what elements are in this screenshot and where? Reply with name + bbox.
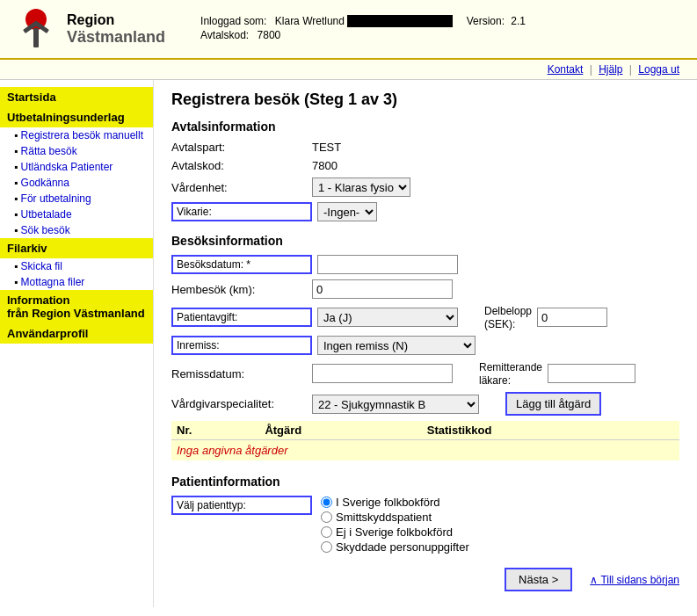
header-info: Inloggad som: Klara Wretlund Version: 2.…	[165, 15, 683, 44]
inloggad-user: Klara Wretlund	[275, 15, 345, 27]
inremiss-label[interactable]: Inremiss:	[171, 336, 312, 355]
user-id-box	[347, 15, 453, 27]
sidebar-section-information[interactable]: Information från Region Västmanland	[0, 290, 153, 323]
avtalskod-row: Avtalskod: 7800	[171, 159, 679, 172]
sidebar-item-skicka-fil[interactable]: Skicka fil	[0, 258, 153, 274]
logo-icon	[14, 7, 58, 51]
valj-patienttyp-label[interactable]: Välj patienttyp:	[171, 496, 312, 515]
radio-folkbokford-label: I Sverige folkbokförd	[336, 496, 440, 509]
besoksinformation-title: Besöksinformation	[171, 234, 679, 248]
remitterande-group: Remitterandeläkare:	[479, 360, 542, 387]
radio-smittskydd-input[interactable]	[321, 511, 332, 523]
avtalsinformation-title: Avtalsinformation	[171, 120, 679, 134]
avtalspart-label: Avtalspart:	[171, 141, 312, 154]
vardgivar-lagg-row: Vårdgivarspecialitet: 22 - Sjukgymnastik…	[171, 392, 679, 416]
hembesok-input[interactable]	[312, 279, 453, 299]
table-header-atgard: Åtgärd	[259, 421, 421, 440]
sidebar-item-for-utbetalning[interactable]: För utbetalning	[0, 191, 153, 207]
vardgivarspecialitet-label: Vårdgivarspecialitet:	[171, 397, 312, 410]
main-content: Registrera besök (Steg 1 av 3) Avtalsinf…	[154, 80, 697, 607]
radio-skyddade-input[interactable]	[321, 541, 332, 553]
page-title: Registrera besök (Steg 1 av 3)	[171, 91, 679, 109]
information-line1: Information	[7, 294, 146, 307]
remissdatum-remitterande-row: Remissdatum: Remitterandeläkare:	[171, 360, 679, 387]
hembesok-label: Hembesök (km):	[171, 283, 312, 296]
sidebar-item-startsida[interactable]: Startsida	[0, 87, 153, 107]
radio-smittskydd[interactable]: Smittskyddspatient	[321, 511, 469, 524]
hembesok-row: Hembesök (km):	[171, 279, 679, 299]
patientavgift-label[interactable]: Patientavgift:	[171, 308, 312, 327]
sidebar-item-utbetalade[interactable]: Utbetalade	[0, 207, 153, 222]
kontakt-link[interactable]: Kontakt	[548, 63, 584, 76]
sidebar-item-utlandska[interactable]: Utländska Patienter	[0, 159, 153, 175]
vardenhet-select[interactable]: 1 - Klaras fysio	[312, 178, 410, 197]
atgard-table: Nr. Åtgärd Statistikkod Inga angivna åtg…	[171, 421, 679, 460]
lagg-till-atgard-button[interactable]: Lägg till åtgärd	[505, 392, 601, 416]
avtalskod-header-value: 7800	[258, 29, 281, 41]
vikarie-row: Vikarie: -Ingen-	[171, 202, 679, 221]
vikarie-select[interactable]: -Ingen-	[317, 202, 377, 221]
patientinformation-title: Patientinformation	[171, 475, 679, 489]
sidebar-item-mottagna-filer[interactable]: Mottagna filer	[0, 274, 153, 290]
besoksdatum-row: Besöksdatum: *	[171, 255, 679, 274]
radio-folkbokford-input[interactable]	[321, 496, 332, 508]
topnav: Kontakt | Hjälp | Logga ut	[0, 60, 697, 80]
besoksdatum-label[interactable]: Besöksdatum: *	[171, 255, 312, 274]
avtalspart-row: Avtalspart: TEST	[171, 141, 679, 154]
patienttyp-radio-group: I Sverige folkbokförd Smittskyddspatient…	[321, 496, 469, 554]
remitterande-label: Remitterandeläkare:	[479, 361, 542, 387]
vardenhet-row: Vårdenhet: 1 - Klaras fysio	[171, 178, 679, 197]
patientavgift-select[interactable]: Ja (J) Nej (N)	[317, 308, 458, 327]
nasta-button[interactable]: Nästa >	[505, 568, 572, 591]
avtalskod-label: Avtalskod:	[171, 159, 312, 172]
radio-skyddade-label: Skyddade personuppgifter	[336, 540, 469, 554]
delbelopp-input[interactable]	[537, 308, 607, 327]
inremiss-row: Inremiss: Ingen remiss (N) Med remiss (J…	[171, 336, 679, 355]
till-sidans-borjan-link[interactable]: Till sidans början	[590, 574, 679, 586]
hjalp-link[interactable]: Hjälp	[599, 63, 622, 76]
logo-area: Region Västmanland	[14, 7, 165, 51]
avtalskod-value: 7800	[312, 159, 338, 172]
vardgivarspecialitet-select[interactable]: 22 - Sjukgymnastik B	[312, 395, 479, 414]
avtalspart-value: TEST	[312, 141, 341, 154]
sidebar-item-godkanna[interactable]: Godkänna	[0, 175, 153, 191]
footer-row: Nästa > Till sidans början	[171, 568, 679, 591]
sidebar-section-filarkiv[interactable]: Filarkiv	[0, 238, 153, 258]
patienttyp-row: Välj patienttyp: I Sverige folkbokförd S…	[171, 496, 679, 554]
sidebar-item-anvandarprofil[interactable]: Användarprofil	[0, 323, 153, 344]
svg-rect-1	[33, 28, 39, 47]
vikarie-label[interactable]: Vikarie:	[171, 202, 312, 221]
radio-ej-folkbokford-label: Ej i Sverige folkbokförd	[336, 525, 453, 539]
delbelopp-group: Delbelopp(SEK):	[484, 304, 532, 330]
radio-ej-folkbokford[interactable]: Ej i Sverige folkbokförd	[321, 525, 469, 539]
sidebar-section-utbetalningsunderlag[interactable]: Utbetalningsunderlag	[0, 107, 153, 127]
version-label: Version:	[467, 15, 505, 27]
radio-ej-folkbokford-input[interactable]	[321, 526, 332, 538]
version-value: 2.1	[511, 15, 526, 27]
separator2: |	[629, 63, 635, 76]
logga-ut-link[interactable]: Logga ut	[638, 63, 679, 76]
radio-skyddade[interactable]: Skyddade personuppgifter	[321, 540, 469, 554]
logo-text: Region Västmanland	[67, 12, 165, 47]
avtalskod-header-label: Avtalskod:	[200, 29, 249, 41]
delbelopp-label: Delbelopp(SEK):	[484, 305, 532, 330]
remissdatum-input[interactable]	[312, 364, 453, 383]
sidebar-item-ratta[interactable]: Rätta besök	[0, 143, 153, 159]
sidebar-item-sok-besok[interactable]: Sök besök	[0, 222, 153, 238]
besoksdatum-input[interactable]	[317, 255, 458, 274]
header: Region Västmanland Inloggad som: Klara W…	[0, 0, 697, 60]
sidebar-item-registrera[interactable]: Registrera besök manuellt	[0, 127, 153, 143]
table-header-statistikkod: Statistikkod	[422, 421, 679, 440]
remitterande-input[interactable]	[548, 364, 635, 383]
sidebar: Startsida Utbetalningsunderlag Registrer…	[0, 80, 154, 607]
vardenhet-label: Vårdenhet:	[171, 181, 312, 194]
radio-folkbokford[interactable]: I Sverige folkbokförd	[321, 496, 469, 509]
remissdatum-label: Remissdatum:	[171, 367, 312, 380]
table-empty-row: Inga angivna åtgärder	[171, 440, 679, 461]
table-header-nr: Nr.	[171, 421, 259, 440]
inloggad-label: Inloggad som:	[200, 15, 266, 27]
information-line2: från Region Västmanland	[7, 307, 146, 320]
patientavgift-delbelopp-row: Patientavgift: Ja (J) Nej (N) Delbelopp(…	[171, 304, 679, 330]
inremiss-select[interactable]: Ingen remiss (N) Med remiss (J)	[317, 336, 476, 355]
separator1: |	[590, 63, 595, 76]
